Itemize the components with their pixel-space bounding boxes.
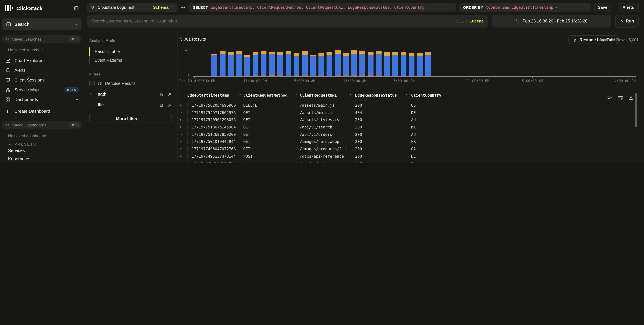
- table-row[interactable]: >1771977540501293056GET/assets/styles.cs…: [179, 116, 631, 123]
- histogram-bar[interactable]: [384, 52, 390, 76]
- presets-header[interactable]: PRESETS: [8, 142, 84, 146]
- table-row[interactable]: >1771977490563613952GET/api/v1/orders200…: [179, 160, 631, 162]
- sidebar-item-service-map[interactable]: Service Map BETA: [0, 85, 84, 95]
- source-settings-gear-icon[interactable]: [180, 3, 186, 12]
- bar-segment: [318, 52, 324, 56]
- histogram-bar[interactable]: [425, 52, 431, 76]
- histogram-bar[interactable]: [400, 52, 406, 76]
- filter-field-path[interactable]: _path: [89, 89, 172, 100]
- histogram-bar[interactable]: [261, 50, 266, 76]
- table-row[interactable]: >1771977562054696960DELETE/assets/main.j…: [179, 102, 631, 109]
- field-chart-icon[interactable]: [159, 103, 164, 107]
- histogram-bar[interactable]: [343, 53, 349, 76]
- mode-event-patterns[interactable]: Event Patterns: [89, 56, 172, 65]
- more-filters-button[interactable]: More filters: [89, 114, 172, 123]
- histogram-bar[interactable]: [286, 51, 291, 76]
- bar-segment: [384, 52, 390, 55]
- no-saved-dashboards-text: No saved dashboards: [8, 133, 84, 138]
- expand-row-chevron-icon[interactable]: >: [179, 125, 187, 129]
- histogram-bar[interactable]: [392, 52, 398, 76]
- save-button[interactable]: Save: [594, 3, 611, 12]
- expand-row-chevron-icon[interactable]: >: [179, 161, 187, 162]
- saved-searches-input[interactable]: Saved Searches ⌘ K: [2, 35, 82, 43]
- column-grip-icon[interactable]: ∷: [295, 93, 297, 98]
- table-cell: 1771977501019442944: [187, 139, 243, 144]
- histogram-bar[interactable]: [335, 50, 340, 76]
- histogram-bar[interactable]: [351, 50, 357, 76]
- histogram-bar[interactable]: [318, 52, 324, 76]
- table-row[interactable]: >1771977495137478144POST/docs/api-refere…: [179, 153, 631, 160]
- lucene-mode-toggle[interactable]: Lucene: [470, 19, 484, 23]
- search-input[interactable]: [91, 18, 452, 24]
- event-search-bar[interactable]: SQL Lucene: [87, 15, 488, 27]
- histogram-plot[interactable]: [193, 49, 636, 76]
- expand-row-chevron-icon[interactable]: >: [179, 103, 187, 107]
- expand-row-chevron-icon[interactable]: >: [179, 132, 187, 136]
- denoise-checkbox[interactable]: [89, 81, 95, 86]
- select-clause-input[interactable]: SELECT EdgeStartTimestamp, ClientRequest…: [189, 3, 456, 12]
- column-header[interactable]: EdgeStartTimestamp: [187, 93, 243, 98]
- histogram-bar[interactable]: [228, 52, 234, 76]
- histogram-bar[interactable]: [360, 51, 365, 76]
- table-cell: 200: [355, 161, 411, 162]
- histogram-bar[interactable]: [417, 53, 423, 76]
- source-selector[interactable]: Cloudflare Logs Test Schema: [87, 3, 177, 12]
- table-row[interactable]: >1771977512627859200GET/api/v1/orders200…: [179, 131, 631, 138]
- saved-dashboards-input[interactable]: Saved Dashboards ⌘ K: [2, 121, 82, 129]
- mode-results-table[interactable]: Results Table: [89, 47, 172, 56]
- histogram-bar[interactable]: [212, 54, 217, 76]
- histogram-bar[interactable]: [252, 52, 258, 76]
- vertical-scrollbar[interactable]: [635, 92, 637, 162]
- filter-field-file[interactable]: _file: [89, 100, 172, 110]
- run-button[interactable]: Run: [615, 15, 639, 27]
- column-header[interactable]: ∷EdgeResponseStatus: [355, 93, 411, 98]
- scrollbar-thumb[interactable]: [635, 93, 637, 127]
- table-row[interactable]: >1771977513675145984GET/api/v1/search200…: [179, 123, 631, 131]
- histogram-bar[interactable]: [220, 51, 225, 76]
- column-header[interactable]: ∷ClientCountry: [411, 93, 631, 98]
- table-row[interactable]: >1771977501019442944GET/images/hero.webp…: [179, 138, 631, 145]
- expand-row-chevron-icon[interactable]: >: [179, 147, 187, 151]
- create-dashboard-button[interactable]: Create Dashboard: [0, 106, 84, 116]
- expand-row-chevron-icon[interactable]: >: [179, 140, 187, 144]
- field-chart-icon[interactable]: [159, 92, 164, 96]
- expand-row-chevron-icon[interactable]: >: [179, 110, 187, 115]
- preset-item-kubernetes[interactable]: Kubernetes: [0, 155, 84, 162]
- chevron-up-icon[interactable]: [74, 22, 78, 26]
- pin-icon[interactable]: [168, 103, 172, 107]
- histogram-bar[interactable]: [269, 52, 275, 76]
- chevron-up-icon[interactable]: [75, 98, 79, 101]
- alerts-button[interactable]: Alerts: [618, 3, 639, 12]
- expand-row-chevron-icon[interactable]: >: [179, 118, 187, 122]
- histogram-bar[interactable]: [409, 53, 414, 76]
- histogram-bar[interactable]: [326, 52, 332, 76]
- histogram-bar[interactable]: [302, 51, 308, 76]
- histogram-bar[interactable]: [310, 55, 316, 76]
- expand-row-chevron-icon[interactable]: >: [179, 154, 187, 158]
- sql-mode-toggle[interactable]: SQL: [456, 19, 464, 23]
- sidebar-item-dashboards[interactable]: Dashboards: [0, 95, 84, 104]
- order-by-input[interactable]: ORDER BY toDateTime(EdgeStartTimestamp /: [459, 3, 591, 12]
- column-grip-icon[interactable]: ∷: [350, 93, 352, 98]
- column-grip-icon[interactable]: ∷: [406, 93, 408, 98]
- histogram-bar[interactable]: [277, 52, 283, 76]
- pin-icon[interactable]: [168, 92, 172, 96]
- sidebar-item-search[interactable]: Search: [2, 18, 82, 30]
- collapse-sidebar-icon[interactable]: [74, 5, 79, 10]
- schema-select[interactable]: Schema: [153, 5, 168, 10]
- histogram-bar[interactable]: [294, 53, 299, 76]
- sidebar-item-alerts[interactable]: Alerts: [0, 65, 84, 75]
- histogram-bar[interactable]: [376, 51, 382, 76]
- histogram-bar[interactable]: [244, 55, 250, 76]
- histogram-bar[interactable]: [236, 51, 242, 76]
- sidebar-item-client-sessions[interactable]: Client Sessions: [0, 75, 84, 85]
- column-grip-icon[interactable]: ∷: [238, 93, 241, 98]
- sidebar-item-chart-explorer[interactable]: Chart Explorer: [0, 56, 84, 65]
- date-range-picker[interactable]: Feb 23 16:38:20 - Feb 25 16:38:20: [492, 15, 611, 27]
- table-row[interactable]: >1771977549717662976GET/assets/main.js40…: [179, 109, 631, 116]
- column-header[interactable]: ∷ClientRequestURI: [300, 93, 355, 98]
- preset-item-services[interactable]: Services: [0, 146, 84, 155]
- histogram-bar[interactable]: [368, 52, 373, 76]
- table-row[interactable]: >1771977496047072768GET/images/products/…: [179, 145, 631, 152]
- column-header[interactable]: ∷ClientRequestMethod: [243, 93, 300, 98]
